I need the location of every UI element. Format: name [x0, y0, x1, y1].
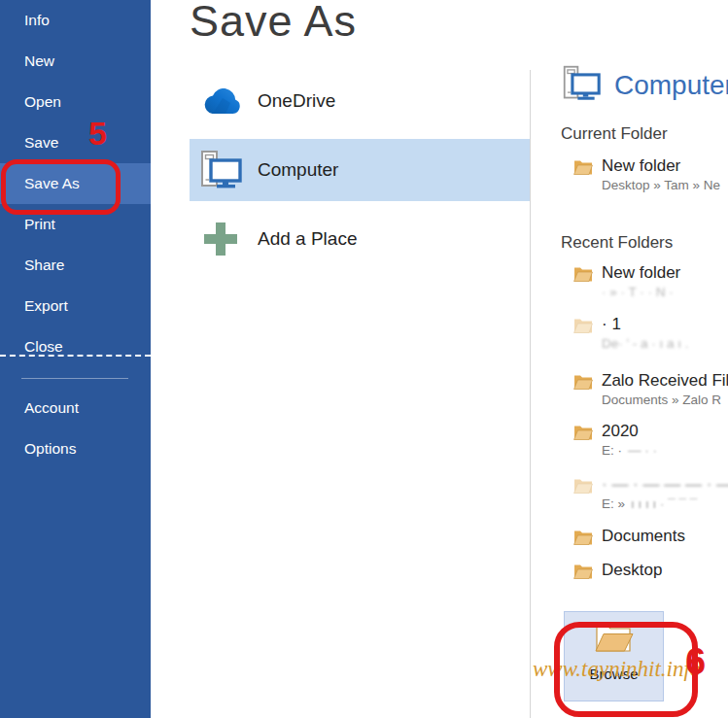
- browse-button[interactable]: Browse: [564, 611, 664, 701]
- folder-path: De· ' - a · ı a ı .: [602, 336, 689, 351]
- open-folder-icon: [595, 622, 634, 657]
- folder-title: · 1: [602, 314, 689, 335]
- current-folder-item[interactable]: New folder Desktop » Tam » Ne: [573, 155, 720, 192]
- page-title: Save As: [190, 0, 357, 47]
- sidebar-item-export[interactable]: Export: [0, 286, 151, 326]
- sidebar-item-label: Print: [24, 216, 55, 233]
- recent-folder-item[interactable]: · — · — — — · — — · E: »ı ı ı ı · ¯ ¯ ¯: [573, 474, 728, 511]
- open-folder-icon: [573, 265, 593, 286]
- sidebar-item-print[interactable]: Print: [0, 204, 151, 245]
- open-folder-icon: [573, 529, 593, 549]
- folder-path: Documents » Zalo R: [602, 393, 728, 407]
- folder-title: 2020: [602, 421, 657, 442]
- sidebar-item-save[interactable]: Save: [0, 122, 151, 163]
- recent-folders-heading: Recent Folders: [561, 233, 673, 253]
- open-folder-icon: [573, 563, 593, 583]
- sidebar-item-label: Save: [24, 134, 58, 152]
- place-onedrive[interactable]: OneDrive: [190, 70, 530, 132]
- sidebar-item-close[interactable]: Close: [0, 326, 151, 367]
- folder-path: Desktop » Tam » Ne: [602, 178, 720, 192]
- folder-title: New folder: [602, 155, 720, 177]
- sidebar-item-label: Account: [24, 399, 79, 417]
- sidebar-item-label: Info: [24, 12, 50, 29]
- computer-folders-pane: Computer Current Folder New folder Deskt…: [531, 0, 728, 718]
- sidebar-item-account[interactable]: Account: [0, 388, 151, 428]
- current-folder-heading: Current Folder: [561, 124, 668, 144]
- screenshot-dashed-divider: [0, 355, 151, 357]
- folder-title: New folder: [602, 262, 680, 284]
- sidebar-item-label: Export: [24, 297, 68, 315]
- plus-icon: [198, 217, 243, 261]
- computer-monitor-tower-icon: [561, 64, 602, 107]
- sidebar-item-new[interactable]: New: [0, 41, 151, 82]
- open-folder-icon: [573, 373, 593, 393]
- place-label: Add a Place: [258, 228, 357, 250]
- folder-title: Zalo Received File: [602, 370, 728, 392]
- place-add-a-place[interactable]: Add a Place: [190, 208, 530, 270]
- folder-title: Desktop: [602, 560, 662, 581]
- sidebar-item-label: Open: [24, 93, 61, 111]
- backstage-sidebar: Info New Open Save Save As Print Share E…: [0, 0, 151, 718]
- open-folder-icon: [573, 424, 593, 444]
- sidebar-divider: [21, 378, 128, 379]
- recent-folder-item[interactable]: New folder · » · T · · N ·: [573, 262, 680, 299]
- open-folder-icon: [573, 158, 593, 179]
- place-label: OneDrive: [258, 90, 335, 112]
- sidebar-item-open[interactable]: Open: [0, 82, 151, 122]
- folder-path: E: »ı ı ı ı · ¯ ¯ ¯: [602, 496, 728, 511]
- recent-folder-item[interactable]: Documents: [573, 526, 685, 549]
- recent-folder-item[interactable]: · 1 De· ' - a · ı a ı .: [573, 314, 689, 351]
- recent-folder-item[interactable]: 2020 E: ·— · ·: [573, 421, 657, 458]
- recent-folder-item[interactable]: Zalo Received File Documents » Zalo R: [573, 370, 728, 407]
- folder-path: · » · T · · N ·: [602, 285, 680, 299]
- sidebar-item-save-as[interactable]: Save As: [0, 163, 151, 204]
- sidebar-item-label: Save As: [24, 175, 80, 192]
- sidebar-item-label: Close: [24, 338, 63, 356]
- recent-folder-item[interactable]: Desktop: [573, 560, 662, 583]
- open-folder-icon: [573, 477, 593, 497]
- onedrive-cloud-icon: [198, 79, 243, 123]
- sidebar-item-label: Options: [24, 440, 76, 458]
- place-computer[interactable]: Computer: [190, 139, 530, 201]
- sidebar-item-share[interactable]: Share: [0, 245, 151, 286]
- place-label: Computer: [258, 159, 338, 181]
- computer-monitor-tower-icon: [198, 148, 243, 192]
- sidebar-item-label: Share: [24, 256, 64, 274]
- sidebar-item-options[interactable]: Options: [0, 428, 151, 469]
- folder-path: E: ·— · ·: [602, 443, 657, 458]
- panel-title: Computer: [614, 70, 728, 101]
- save-as-places-pane: Save As OneDrive: [151, 0, 530, 718]
- open-folder-icon: [573, 317, 593, 337]
- sidebar-item-label: New: [24, 52, 54, 70]
- sidebar-item-info[interactable]: Info: [0, 0, 151, 41]
- browse-button-label: Browse: [589, 666, 638, 682]
- folder-title: · — · — — — · — — ·: [602, 474, 728, 496]
- panel-heading: Computer: [561, 64, 728, 107]
- word-backstage-save-as: Info New Open Save Save As Print Share E…: [0, 0, 728, 718]
- folder-title: Documents: [602, 526, 685, 547]
